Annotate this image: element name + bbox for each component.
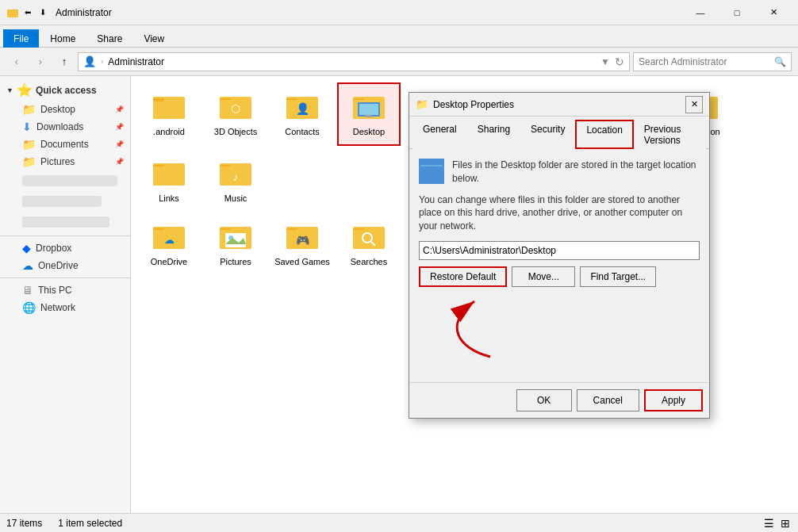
dialog-tab-location[interactable]: Location (575, 120, 633, 149)
folder-icon-savedgames: 🎮 (286, 220, 318, 254)
svg-text:☁: ☁ (164, 234, 175, 246)
svg-text:♪: ♪ (233, 170, 239, 183)
maximize-button[interactable]: □ (719, 0, 755, 25)
network-icon: 🌐 (22, 301, 36, 314)
search-bar[interactable]: 🔍 (633, 52, 792, 71)
minimize-button[interactable]: — (682, 0, 719, 25)
dialog-folder-icon-small: 📁 (416, 98, 428, 110)
address-bar-icon: 👤 (83, 55, 96, 67)
downloads-icon: ⬇ (22, 121, 32, 133)
svg-text:👤: 👤 (296, 102, 310, 116)
apply-button[interactable]: Apply (644, 389, 703, 411)
folder-icon-music: ♪ (220, 157, 251, 190)
window-controls: — □ ✕ (682, 0, 792, 25)
back-button[interactable]: ‹ (6, 52, 27, 72)
window-title: Administrator (56, 7, 679, 18)
file-item-music[interactable]: ♪ Music (204, 149, 267, 212)
dialog-tab-previous-versions[interactable]: Previous Versions (634, 120, 706, 149)
documents-icon: 📁 (22, 138, 36, 151)
ok-button[interactable]: OK (516, 389, 572, 411)
dialog-tab-sharing[interactable]: Sharing (467, 120, 520, 149)
file-item-pictures[interactable]: Pictures (204, 212, 267, 276)
address-input[interactable] (108, 56, 596, 67)
file-name-contacts: Contacts (285, 127, 319, 137)
tiles-view-button[interactable]: ⊞ (779, 515, 792, 531)
sidebar-item-onedrive[interactable]: ☁ OneDrive (0, 257, 130, 274)
restore-default-button[interactable]: Restore Default (419, 266, 507, 287)
sidebar-network-label: Network (40, 302, 75, 313)
details-view-button[interactable]: ☰ (762, 515, 776, 531)
folder-icon-searches (353, 220, 385, 254)
file-name-pictures: Pictures (220, 257, 251, 267)
sidebar-downloads-label: Downloads (36, 121, 83, 132)
items-count: 17 items (6, 518, 42, 529)
sidebar-item-desktop[interactable]: 📁 Desktop 📌 (0, 101, 130, 118)
dialog-tabs: General Sharing Security Location Previo… (409, 117, 709, 149)
dialog-path-input[interactable] (419, 241, 700, 260)
file-name-android: .android (153, 127, 185, 137)
sidebar-item-downloads[interactable]: ⬇ Downloads 📌 (0, 118, 130, 136)
tab-view[interactable]: View (133, 29, 175, 48)
title-bar-icons: ⬅ ⬇ (6, 6, 49, 19)
find-target-button[interactable]: Find Target... (580, 266, 656, 287)
sidebar-item-thispc[interactable]: 🖥 This PC (0, 281, 130, 299)
file-item-onedrive[interactable]: ☁ OneDrive (137, 212, 201, 276)
sidebar-onedrive-label: OneDrive (38, 260, 79, 271)
svg-rect-1 (7, 10, 12, 13)
svg-text:🎮: 🎮 (296, 234, 310, 247)
folder-icon-android (153, 90, 185, 124)
file-item-3dobjects[interactable]: ⬡ 3D Objects (204, 82, 267, 146)
file-name-music: Music (224, 193, 247, 204)
file-item-savedgames[interactable]: 🎮 Saved Games (270, 212, 334, 276)
dialog-close-button[interactable]: ✕ (685, 96, 703, 113)
file-item-searches[interactable]: Searches (337, 212, 401, 276)
blurred-item-3 (0, 212, 130, 232)
up-button[interactable]: ↑ (54, 52, 75, 72)
status-bar: 17 items 1 item selected ☰ ⊞ (0, 513, 798, 532)
sidebar-item-dropbox[interactable]: ◆ Dropbox (0, 239, 130, 257)
tab-home[interactable]: Home (40, 29, 86, 48)
dialog-title: Desktop Properties (433, 99, 685, 110)
file-name-searches: Searches (351, 257, 387, 267)
main-layout: ▼ ⭐ Quick access 📁 Desktop 📌 ⬇ Downloads… (0, 76, 798, 513)
tab-share[interactable]: Share (86, 29, 132, 48)
blurred-item-1 (0, 170, 130, 191)
folder-icon-onedrive: ☁ (153, 220, 185, 254)
dialog-tab-security[interactable]: Security (520, 120, 575, 149)
search-icon[interactable]: 🔍 (774, 56, 786, 67)
refresh-button[interactable]: ↻ (615, 55, 624, 68)
tab-file[interactable]: File (3, 29, 39, 48)
pictures-icon: 📁 (22, 155, 36, 168)
file-item-links[interactable]: Links (137, 149, 201, 212)
cancel-button[interactable]: Cancel (577, 389, 639, 411)
quick-access-header[interactable]: ▼ ⭐ Quick access (0, 79, 130, 101)
quick-access-chevron: ▼ (6, 86, 13, 94)
move-button[interactable]: Move... (512, 266, 575, 287)
search-input[interactable] (639, 56, 771, 67)
address-bar[interactable]: 👤 › ▼ ↻ (78, 52, 630, 71)
sidebar-pictures-label: Pictures (40, 156, 75, 167)
address-dropdown[interactable]: ▼ (600, 56, 610, 67)
thispc-icon: 🖥 (22, 284, 33, 297)
file-item-desktop[interactable]: Desktop (337, 82, 401, 146)
sidebar-thispc-label: This PC (38, 285, 72, 296)
sidebar-item-documents[interactable]: 📁 Documents 📌 (0, 136, 130, 153)
folder-icon-links (153, 157, 185, 190)
pin-icon-downloads: 📌 (115, 123, 124, 131)
sidebar-item-pictures[interactable]: 📁 Pictures 📌 (0, 153, 130, 170)
view-controls: ☰ ⊞ (762, 515, 792, 531)
sidebar-item-network[interactable]: 🌐 Network (0, 299, 130, 316)
close-button[interactable]: ✕ (755, 0, 792, 25)
dropbox-icon: ◆ (22, 242, 31, 255)
file-name-3dobjects: 3D Objects (214, 127, 257, 137)
title-bar: ⬅ ⬇ Administrator — □ ✕ (0, 0, 798, 25)
file-item-contacts[interactable]: 👤 Contacts (270, 82, 334, 146)
toolbar: ‹ › ↑ 👤 › ▼ ↻ 🔍 (0, 48, 798, 76)
dialog-content: Files in the Desktop folder are stored i… (409, 149, 709, 382)
file-item-android[interactable]: .android (137, 82, 201, 146)
dialog-tab-general[interactable]: General (412, 120, 467, 149)
address-bar-arrow: › (101, 57, 103, 66)
svg-rect-5 (153, 98, 164, 101)
forward-button[interactable]: › (30, 52, 51, 72)
folder-icon-3dobjects: ⬡ (220, 90, 251, 124)
